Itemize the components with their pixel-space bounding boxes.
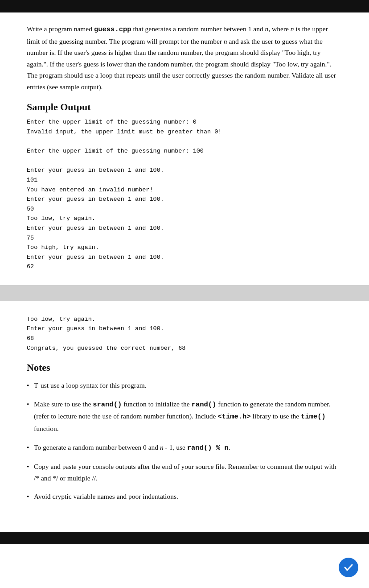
note4-text: Copy and paste your console outputs afte… xyxy=(34,463,336,482)
intro-paragraph: Write a program named guess.cpp that gen… xyxy=(27,23,342,92)
timeh-code: <time.h> xyxy=(217,413,250,421)
rand-mod-code: rand() % n xyxy=(187,444,229,452)
top-bar xyxy=(0,0,369,12)
continuation-code: Too low, try again. Enter your guess in … xyxy=(27,315,342,353)
filename-code: guess.cpp xyxy=(94,25,131,33)
note2-text: Make sure to use the srand() function to… xyxy=(34,400,330,432)
note-item-3: To generate a random number between 0 an… xyxy=(27,442,342,454)
srand-code: srand() xyxy=(93,401,122,409)
section-divider xyxy=(0,285,369,301)
note-item-2: Make sure to use the srand() function to… xyxy=(27,398,342,435)
rand-code: rand() xyxy=(192,401,217,409)
sample-output-heading: Sample Output xyxy=(27,101,342,113)
note-item-5: Avoid cryptic variable names and poor in… xyxy=(27,491,342,502)
note3-text: To generate a random number between 0 an… xyxy=(34,443,230,451)
note-item-4: Copy and paste your console outputs afte… xyxy=(27,461,342,484)
note5-text: Avoid cryptic variable names and poor in… xyxy=(34,493,178,500)
sample-output-code: Enter the upper limit of the guessing nu… xyxy=(27,117,342,272)
time-func-code: time() xyxy=(301,413,326,421)
note1-text: The program must use a loop syntax for t… xyxy=(34,381,147,389)
bottom-bar xyxy=(0,532,369,544)
note-item-1: The program must use a loop syntax for t… xyxy=(27,380,342,391)
notes-heading: Notes xyxy=(27,362,342,373)
